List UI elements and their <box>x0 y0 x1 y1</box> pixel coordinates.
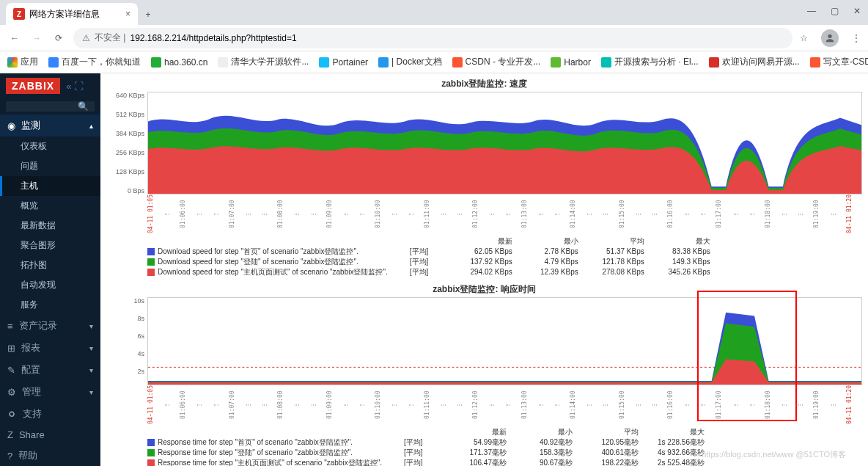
url-prefix: 不安全 | <box>95 32 125 44</box>
nav-section[interactable]: ⊞报表▾ <box>0 337 100 359</box>
window-close-icon[interactable]: ✕ <box>853 6 861 16</box>
legend-header: 最小 <box>507 427 573 437</box>
bookmark-item[interactable]: 写文章-CSDN博客 <box>810 56 868 68</box>
bookmark-item[interactable]: hao.360.cn <box>151 56 207 68</box>
nav-footer-item[interactable]: ?帮助 <box>0 445 100 466</box>
bookmark-item[interactable]: 清华大学开源软件... <box>218 56 309 68</box>
bookmark-item[interactable]: Portainer <box>319 56 368 68</box>
main-content: zabbix登陆监控: 速度 640 KBps512 KBps384 KBps2… <box>100 73 868 466</box>
section-icon: ◉ <box>7 120 15 131</box>
chevron-icon: ▾ <box>89 344 93 352</box>
legend-row: Response time for step "登陆" of scenario … <box>147 448 382 458</box>
bookmarks-bar: 应用 百度一下，你就知道hao.360.cn清华大学开源软件...Portain… <box>0 51 868 73</box>
legend-swatch <box>147 248 155 255</box>
nav-section[interactable]: ⚙管理▾ <box>0 381 100 403</box>
collapse-icon[interactable]: « ⛶ <box>66 81 84 92</box>
legend-row: Response time for step "主机页面测试" of scena… <box>147 458 382 466</box>
zabbix-logo[interactable]: ZABBIX <box>6 78 60 94</box>
nav-footer-item[interactable]: ⭘支持 <box>0 403 100 425</box>
tab-title: 网络方案详细信息 <box>29 8 100 21</box>
chart-speed: zabbix登陆监控: 速度 640 KBps512 KBps384 KBps2… <box>106 76 862 277</box>
footer-icon: Z <box>7 429 13 440</box>
nav-section[interactable]: ◉监测▴ <box>0 114 100 136</box>
nav-section[interactable]: ≡资产记录▾ <box>0 315 100 337</box>
legend-header: 平均 <box>573 427 639 437</box>
sidebar-search[interactable]: 🔍 <box>6 101 95 112</box>
search-icon: 🔍 <box>78 101 89 112</box>
nav-item[interactable]: 自动发现 <box>0 275 100 295</box>
chevron-icon: ▴ <box>89 122 93 130</box>
legend-row: Download speed for step "登陆" of scenario… <box>147 257 388 267</box>
legend-swatch <box>147 258 155 266</box>
browser-toolbar: ← → ⟳ ⚠ 不安全 | 192.168.2.214/httpdetails.… <box>0 25 868 51</box>
close-icon[interactable]: × <box>125 9 130 19</box>
nav-section[interactable]: ✎配置▾ <box>0 359 100 381</box>
legend-row: Download speed for step "主机页面测试" of scen… <box>147 267 388 277</box>
legend-header: 最大 <box>639 427 705 437</box>
legend-swatch <box>147 439 155 446</box>
back-icon[interactable]: ← <box>7 33 22 43</box>
browser-tabbar: Z 网络方案详细信息 × + — ▢ ✕ <box>0 0 868 25</box>
browser-tab[interactable]: Z 网络方案详细信息 × <box>6 3 138 25</box>
chart-title: zabbix登陆监控: 速度 <box>106 76 862 92</box>
bookmark-item[interactable]: Harbor <box>551 56 591 68</box>
legend-swatch <box>147 269 155 276</box>
section-icon: ≡ <box>7 321 13 332</box>
address-bar[interactable]: ⚠ 不安全 | 192.168.2.214/httpdetails.php?ht… <box>73 28 792 48</box>
insecure-icon: ⚠ <box>82 33 90 43</box>
profile-icon[interactable] <box>821 29 839 47</box>
legend-row: Download speed for step "首页" of scenario… <box>147 247 388 257</box>
forward-icon[interactable]: → <box>29 33 44 43</box>
bookmark-item[interactable]: CSDN - 专业开发... <box>452 56 541 68</box>
svg-point-0 <box>828 34 831 37</box>
legend-swatch <box>147 459 155 466</box>
reload-icon[interactable]: ⟳ <box>51 33 66 43</box>
nav-item[interactable]: 服务 <box>0 295 100 315</box>
chart-response: zabbix登陆监控: 响应时间 10s8s6s4s2s 04-11 01:05… <box>106 282 862 466</box>
footer-icon: ? <box>7 451 12 462</box>
menu-icon[interactable]: ⋮ <box>852 33 861 43</box>
footer-icon: ⭘ <box>7 409 17 420</box>
bookmark-item[interactable]: 欢迎访问网易开源... <box>709 56 800 68</box>
legend-row: Response time for step "首页" of scenario … <box>147 437 382 448</box>
section-icon: ⊞ <box>7 343 15 354</box>
maximize-icon[interactable]: ▢ <box>831 6 839 16</box>
chart-plot[interactable] <box>147 92 862 194</box>
nav-item[interactable]: 主机 <box>0 176 100 196</box>
url-text: 192.168.2.214/httpdetails.php?httptestid… <box>130 33 296 43</box>
legend-header: 最新 <box>446 236 512 247</box>
bookmark-item[interactable]: | Docker文档 <box>378 56 441 68</box>
section-icon: ⚙ <box>7 387 16 398</box>
legend-header: 最大 <box>644 236 710 247</box>
legend-header: 平均 <box>578 236 644 247</box>
section-icon: ✎ <box>7 365 15 376</box>
legend-swatch <box>147 449 155 456</box>
new-tab-button[interactable]: + <box>138 4 158 25</box>
nav-footer-item[interactable]: ZShare <box>0 425 100 445</box>
chart-title: zabbix登陆监控: 响应时间 <box>106 282 862 297</box>
star-icon[interactable]: ☆ <box>800 33 808 43</box>
nav-item[interactable]: 最新数据 <box>0 216 100 236</box>
apps-button[interactable]: 应用 <box>7 56 38 68</box>
chevron-icon: ▾ <box>89 322 93 330</box>
minimize-icon[interactable]: — <box>807 6 816 16</box>
chart-plot[interactable] <box>147 297 862 385</box>
nav-item[interactable]: 问题 <box>0 156 100 176</box>
bookmark-item[interactable]: 开源搜索与分析 · El... <box>601 56 699 68</box>
nav-item[interactable]: 聚合图形 <box>0 236 100 255</box>
legend-header: 最新 <box>441 427 507 437</box>
watermark: https://blog.csdn.net/www @51CTO博客 <box>702 449 846 460</box>
nav-item[interactable]: 拓扑图 <box>0 255 100 275</box>
nav-item[interactable]: 概览 <box>0 196 100 216</box>
sidebar: ZABBIX « ⛶ 🔍 ◉监测▴仪表板问题主机概览最新数据聚合图形拓扑图自动发… <box>0 73 100 466</box>
bookmark-item[interactable]: 百度一下，你就知道 <box>48 56 141 68</box>
chevron-icon: ▾ <box>89 366 93 374</box>
chevron-icon: ▾ <box>89 388 93 396</box>
legend-header: 最小 <box>512 236 578 247</box>
nav-item[interactable]: 仪表板 <box>0 136 100 156</box>
zabbix-favicon: Z <box>13 8 25 20</box>
